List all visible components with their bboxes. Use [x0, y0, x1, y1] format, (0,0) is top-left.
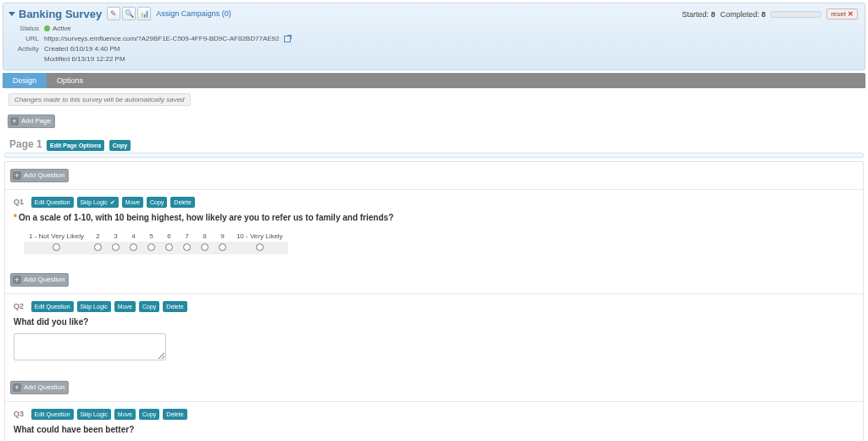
- header-meta: Status Active URL https://surveys.emflue…: [8, 24, 860, 64]
- question-text: *On a scale of 1-10, with 10 being highe…: [14, 213, 854, 222]
- move-question-button[interactable]: Move: [122, 197, 143, 208]
- tab-options[interactable]: Options: [47, 73, 93, 88]
- scale-radio-7[interactable]: [183, 243, 191, 251]
- url-value: https://surveys.emfluence.com/?A29BF1E-C…: [44, 34, 291, 44]
- collapse-toggle-icon[interactable]: [8, 12, 15, 16]
- tab-bar: Design Options: [3, 73, 865, 88]
- started-value: 8: [711, 10, 715, 19]
- add-page-label: Add Page: [21, 116, 51, 126]
- scale-label: 2: [89, 231, 107, 242]
- design-content: + Add Page Page 1 Edit Page Options Copy…: [3, 111, 865, 441]
- scale-label: 1 - Not Very Likely: [24, 231, 89, 242]
- plus-icon: +: [10, 117, 19, 126]
- scale-label: 8: [196, 231, 214, 242]
- add-question-button[interactable]: + Add Question: [10, 169, 69, 182]
- plus-icon: +: [13, 383, 21, 392]
- questions-area: + Add Question Q1 Edit Question Skip Log…: [4, 161, 864, 441]
- question-block-q1: Q1 Edit Question Skip Logic✔ Move Copy D…: [5, 189, 863, 266]
- edit-question-button[interactable]: Edit Question: [31, 301, 74, 312]
- survey-title: Banking Survey: [19, 8, 102, 20]
- scale-radio-8[interactable]: [201, 243, 209, 251]
- chart-icon[interactable]: 📊: [137, 7, 151, 20]
- status-label: Status: [8, 24, 44, 34]
- completed-label: Completed:: [721, 10, 760, 19]
- add-question-label: Add Question: [24, 382, 64, 393]
- skip-logic-button[interactable]: Skip Logic: [77, 301, 111, 312]
- status-active-icon: [44, 25, 50, 31]
- required-star-icon: *: [14, 213, 17, 222]
- plus-icon: +: [13, 171, 21, 180]
- external-link-icon[interactable]: [284, 36, 291, 42]
- scale-radio-3[interactable]: [112, 243, 120, 251]
- edit-page-options-button[interactable]: Edit Page Options: [47, 140, 104, 151]
- header-stats: Started: 8 Completed: 8 reset✕: [682, 8, 858, 20]
- add-question-label: Add Question: [24, 275, 64, 285]
- started-stat: Started: 8: [682, 10, 715, 19]
- add-question-button[interactable]: + Add Question: [10, 273, 69, 287]
- scale-radio-row: [24, 242, 288, 254]
- edit-question-button[interactable]: Edit Question: [31, 197, 74, 208]
- edit-icon[interactable]: ✎: [107, 7, 120, 20]
- scale-label: 6: [160, 231, 178, 242]
- scale-radio-1[interactable]: [53, 243, 60, 251]
- copy-page-button[interactable]: Copy: [109, 140, 131, 151]
- activity-label: Activity: [8, 44, 44, 64]
- delete-question-button[interactable]: Delete: [163, 409, 186, 420]
- question-number: Q1: [14, 198, 24, 206]
- assign-campaigns-link[interactable]: Assign Campaigns (0): [156, 9, 231, 18]
- skip-logic-button[interactable]: Skip Logic✔: [77, 197, 119, 208]
- add-question-label: Add Question: [24, 170, 64, 181]
- activity-value: Created 6/10/19 4:40 PM Modified 6/13/19…: [44, 44, 125, 64]
- close-icon: ✕: [848, 10, 854, 18]
- skip-logic-button[interactable]: Skip Logic: [77, 409, 111, 420]
- question-number: Q2: [14, 302, 24, 310]
- question-text: What could have been better?: [14, 425, 854, 434]
- move-question-button[interactable]: Move: [114, 409, 136, 420]
- add-question-button[interactable]: + Add Question: [10, 381, 69, 394]
- delete-question-button[interactable]: Delete: [163, 301, 186, 312]
- scale-radio-2[interactable]: [94, 243, 102, 251]
- likert-scale: 1 - Not Very Likely 2 3 4 5 6 7 8 9 10 -…: [24, 231, 854, 254]
- scale-radio-6[interactable]: [165, 243, 173, 251]
- scale-label: 4: [125, 231, 142, 242]
- scale-radio-4[interactable]: [130, 243, 137, 251]
- survey-header: Banking Survey ✎ 🔍 📊 Assign Campaigns (0…: [3, 3, 865, 70]
- scale-label-row: 1 - Not Very Likely 2 3 4 5 6 7 8 9 10 -…: [24, 231, 288, 242]
- check-icon: ✔: [110, 198, 115, 207]
- reset-button[interactable]: reset✕: [826, 8, 858, 20]
- scale-radio-9[interactable]: [219, 243, 226, 251]
- tab-design[interactable]: Design: [3, 73, 47, 88]
- plus-icon: +: [13, 276, 21, 284]
- page-label: Page 1: [9, 138, 42, 150]
- scale-label: 5: [142, 231, 160, 242]
- url-label: URL: [8, 34, 44, 44]
- add-question-before-q1: + Add Question: [5, 162, 863, 189]
- completed-stat: Completed: 8: [721, 10, 766, 19]
- add-question-before-q2: + Add Question: [5, 266, 863, 293]
- question-text: What did you like?: [14, 317, 854, 327]
- move-question-button[interactable]: Move: [114, 301, 136, 312]
- scale-radio-5[interactable]: [147, 243, 155, 251]
- scale-radio-10[interactable]: [256, 243, 264, 251]
- page-header: Page 1 Edit Page Options Copy: [9, 138, 865, 151]
- question-block-q3: Q3 Edit Question Skip Logic Move Copy De…: [5, 401, 863, 441]
- copy-question-button[interactable]: Copy: [139, 409, 159, 420]
- completed-value: 8: [761, 10, 765, 19]
- add-page-button[interactable]: + Add Page: [8, 114, 55, 128]
- reset-label: reset: [831, 10, 846, 18]
- search-icon[interactable]: 🔍: [122, 7, 136, 20]
- autosave-note: Changes made to this survey will be auto…: [8, 93, 191, 106]
- question-number: Q3: [14, 410, 24, 418]
- delete-question-button[interactable]: Delete: [170, 197, 194, 208]
- scale-label: 7: [178, 231, 196, 242]
- page-bar: [4, 153, 864, 158]
- status-value: Active: [44, 24, 71, 34]
- started-label: Started:: [682, 10, 709, 19]
- copy-question-button[interactable]: Copy: [139, 301, 159, 312]
- scale-label: 10 - Very Likely: [231, 231, 288, 242]
- answer-textarea-q2[interactable]: [14, 333, 166, 360]
- progress-bar: [771, 11, 821, 18]
- copy-question-button[interactable]: Copy: [147, 197, 167, 208]
- edit-question-button[interactable]: Edit Question: [31, 409, 74, 420]
- add-question-before-q3: + Add Question: [5, 374, 863, 401]
